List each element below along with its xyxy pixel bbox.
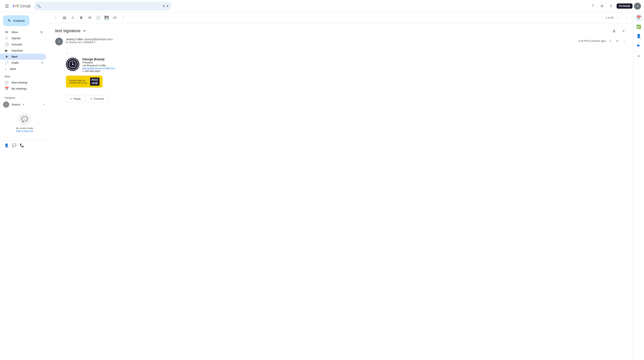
compose-plus-icon: ✎	[8, 18, 11, 23]
label-icon: 🏷	[113, 16, 117, 20]
sig-logo-svg: ♥	[68, 60, 77, 68]
reply-button[interactable]: ↩ Reply	[66, 95, 85, 102]
sidebar-item-starred[interactable]: ☆ Starred	[0, 35, 46, 41]
sidebar-item-snoozed[interactable]: 🕐 Snoozed	[0, 41, 46, 47]
user-avatar[interactable]: J	[634, 3, 641, 9]
email-meta-right: 6:19 PM (3 minutes ago) ☆ ↩ ⋮	[578, 38, 627, 44]
right-panel-meet-icon[interactable]: ▶	[635, 41, 643, 49]
next-email-button[interactable]: ›	[623, 14, 630, 21]
email-view: test signature ➜ 🖨 ➚ J Jeremy Cullen <	[49, 23, 633, 360]
new-window-button[interactable]: ➚	[620, 27, 627, 35]
email-subject-row: test signature ➜ 🖨 ➚	[55, 27, 627, 35]
sidebar-bottom: 👤 💬 📞	[0, 140, 49, 150]
more-dots-icon: ⋮	[122, 15, 125, 20]
more-toolbar-button[interactable]: ⋮	[120, 14, 127, 21]
chat-empty-icon: 💬	[18, 113, 31, 125]
search-dropdown-button[interactable]: ▾	[167, 4, 168, 8]
call-icon[interactable]: 📞	[18, 142, 25, 149]
search-bar: 🔍 in:sent ✕ ▾	[34, 2, 172, 10]
sig-title: Président	[82, 61, 115, 64]
sidebar-item-inbox[interactable]: ✉ Inbox 52	[0, 29, 46, 35]
search-clear-button[interactable]: ✕	[162, 4, 165, 8]
label-button[interactable]: 🏷	[111, 14, 119, 21]
sent-label: Sent	[12, 55, 17, 58]
meet-title: Meet	[0, 73, 49, 79]
apps-button[interactable]: ⠿	[608, 2, 615, 10]
sidebar-item-sent[interactable]: ➤ Sent	[0, 54, 46, 60]
print-button[interactable]: 🖨	[610, 27, 618, 35]
back-button[interactable]: ←	[52, 14, 60, 21]
sidebar-item-my-meetings[interactable]: 📅 My meetings	[0, 86, 46, 92]
hangout-add-button[interactable]: +	[42, 102, 46, 107]
snoozed-label: Snoozed	[12, 43, 22, 46]
snooze-button[interactable]: 🕐	[94, 14, 102, 21]
right-panel-add-button[interactable]: +	[635, 52, 643, 60]
start-new-chat-link[interactable]: Start a new one	[16, 130, 33, 132]
email-body: -- ♥	[55, 48, 627, 91]
settings-icon: ⚙	[600, 4, 604, 8]
chat-icon[interactable]: 💬	[11, 142, 18, 149]
reply-quick-button[interactable]: ↩	[614, 38, 620, 44]
top-bar: Gmail 🔍 in:sent ✕ ▾ ? ⚙ ⠿ PIVO HUB J	[0, 0, 644, 12]
sender-name: Jeremy Cullen	[66, 38, 83, 41]
right-panel-calendar-icon[interactable]: 📅	[635, 14, 643, 21]
banner-pivo: PIVO	[92, 78, 98, 82]
help-button[interactable]: ?	[589, 2, 597, 10]
sender-email: <jeremy@pivohub.com>	[84, 38, 113, 41]
menu-button[interactable]	[3, 2, 11, 10]
apps-grid-icon: ⠿	[610, 4, 612, 8]
right-panel-tasks-icon[interactable]: ✅	[635, 23, 643, 31]
archive-button[interactable]: ▤	[60, 14, 68, 21]
hangout-avatar-jeremy: J	[3, 101, 9, 108]
pivo-hub-button[interactable]: PIVO HUB	[616, 3, 632, 9]
sender-to-line[interactable]: to Jeremy, bcc: 6485083 ▾	[66, 41, 578, 44]
sent-icon: ➤	[4, 54, 8, 59]
my-meetings-icon: 📅	[4, 86, 8, 91]
banner-trouves-text: Trouves-nous sur	[69, 79, 87, 82]
more-label: More	[10, 67, 16, 70]
hangout-dropdown-icon: ▾	[23, 103, 24, 106]
sidebar-item-important[interactable]: ▶ Important	[0, 47, 46, 54]
delete-button[interactable]: 🗑	[78, 14, 85, 21]
prev-email-button[interactable]: ‹	[615, 14, 622, 21]
sidebar-item-drafts[interactable]: 📄 Drafts 8	[0, 60, 46, 66]
mark-as-read-button[interactable]: ✉	[86, 14, 94, 21]
email-more-button[interactable]: ⋮	[621, 38, 627, 44]
report-spam-button[interactable]: ⚠	[69, 14, 77, 21]
email-time: 6:19 PM (3 minutes ago)	[578, 39, 606, 42]
forward-button[interactable]: ↪ Forward	[86, 95, 108, 102]
sidebar-item-new-meeting[interactable]: ▢ New meeting	[0, 79, 46, 86]
compose-label: Compose	[13, 19, 25, 22]
hangout-user-jeremy[interactable]: J Jeremy ▾ +	[0, 101, 49, 108]
banner-connect-text: Connect with us on	[69, 82, 87, 84]
to-text: to Jeremy, bcc: 6485083	[66, 41, 93, 44]
compose-button[interactable]: ✎ Compose	[3, 15, 29, 26]
right-panel: 📅 ✅ 👤 ▶ +	[633, 12, 644, 360]
sig-email[interactable]: george@brasseurscrafty.com	[82, 67, 115, 70]
banner-text: Trouves-nous sur Connect with us on	[69, 79, 87, 84]
reply-label: Reply	[74, 97, 81, 100]
subject-actions: 🖨 ➚	[610, 27, 627, 35]
move-to-button[interactable]: 💾	[103, 14, 110, 21]
important-icon: ▶	[4, 48, 8, 53]
no-recent-chats-text: No recent chats	[16, 127, 33, 130]
gmail-logo: Gmail	[12, 3, 30, 9]
archive-icon: ▤	[63, 15, 66, 20]
sig-logo-inner: ♥	[67, 59, 78, 70]
banner-brand: PIVO HUB	[90, 77, 100, 86]
hamburger-icon	[5, 4, 8, 8]
add-people-icon[interactable]: 👤	[3, 142, 10, 149]
new-window-icon: ➚	[622, 29, 625, 33]
sig-name: Géorge Brandy	[82, 58, 115, 61]
star-button[interactable]: ☆	[607, 38, 613, 44]
prev-arrow-icon: ‹	[618, 16, 619, 19]
search-input[interactable]: in:sent	[42, 4, 161, 8]
email-action-buttons: ☆ ↩ ⋮	[607, 38, 627, 44]
sidebar-item-more[interactable]: ⌄ More	[0, 66, 49, 72]
inbox-badge: 52	[40, 31, 43, 33]
sig-logo: ♥	[66, 58, 79, 71]
drafts-label: Drafts	[12, 61, 18, 64]
settings-button[interactable]: ⚙	[598, 2, 606, 10]
right-panel-contacts-icon[interactable]: 👤	[635, 32, 643, 40]
email-toolbar: ← ▤ ⚠ 🗑 ✉ 🕐 💾 🏷 ⋮	[49, 12, 633, 23]
